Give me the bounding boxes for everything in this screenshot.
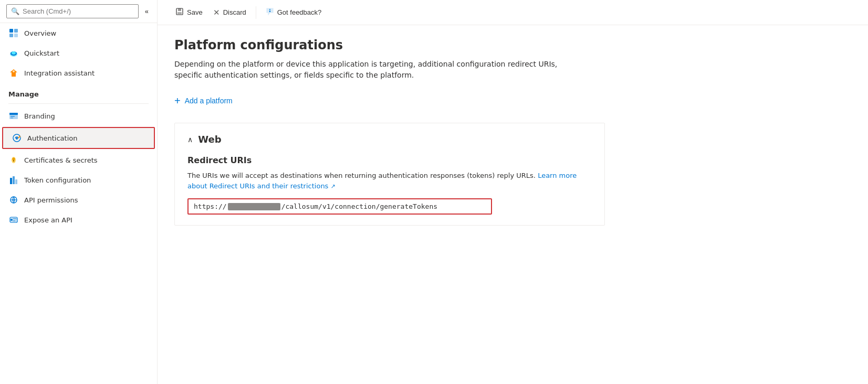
svg-rect-20 — [13, 176, 15, 184]
search-icon: 🔍 — [11, 7, 19, 15]
sidebar-item-quickstart[interactable]: Quickstart — [0, 43, 157, 63]
svg-point-17 — [13, 158, 15, 161]
save-button[interactable]: Save — [170, 5, 208, 20]
add-platform-button[interactable]: + Add a platform — [174, 93, 233, 108]
feedback-label: Got feedback? — [277, 8, 322, 16]
sidebar-item-label: Certificates & secrets — [24, 156, 98, 164]
discard-button[interactable]: ✕ Discard — [208, 5, 252, 20]
uri-prefix: https:// — [194, 202, 227, 210]
uri-suffix: /callosum/v1/connection/generateTokens — [281, 202, 437, 210]
svg-rect-21 — [15, 179, 17, 184]
sidebar-item-token-config[interactable]: Token configuration — [0, 170, 157, 190]
sidebar-item-label: API permissions — [24, 196, 78, 204]
save-icon — [175, 7, 184, 17]
page-description: Depending on the platform or device this… — [174, 59, 584, 81]
feedback-icon — [266, 7, 274, 17]
svg-point-27 — [11, 219, 13, 221]
svg-rect-0 — [9, 29, 13, 33]
svg-rect-34 — [269, 10, 270, 12]
svg-point-14 — [19, 136, 20, 137]
svg-rect-9 — [9, 113, 18, 115]
svg-rect-2 — [9, 34, 13, 37]
toolbar: Save ✕ Discard Got feedback? — [158, 0, 868, 25]
sidebar-item-label: Token configuration — [24, 176, 91, 184]
manage-section-label: Manage — [0, 83, 157, 101]
add-platform-icon: + — [174, 95, 181, 106]
sidebar-item-label: Overview — [24, 29, 56, 37]
collapse-chevron-icon[interactable]: ∧ — [187, 135, 193, 144]
save-label: Save — [187, 8, 203, 16]
expose-icon — [8, 215, 19, 225]
quickstart-icon — [8, 48, 19, 58]
svg-point-6 — [12, 51, 16, 55]
external-link-icon: ↗ — [331, 183, 336, 190]
main-content: Save ✕ Discard Got feedback? Platform co… — [158, 0, 868, 384]
authentication-highlight-box: Authentication — [2, 127, 155, 149]
integration-icon — [8, 68, 19, 78]
redirect-description: The URIs we will accept as destinations … — [187, 170, 592, 191]
uri-redacted-part — [228, 203, 280, 210]
certificates-icon — [8, 155, 19, 165]
toolbar-separator — [256, 6, 256, 19]
discard-icon: ✕ — [213, 8, 220, 17]
svg-rect-10 — [11, 116, 15, 117]
svg-point-7 — [13, 70, 15, 72]
svg-rect-32 — [177, 12, 182, 14]
redirect-section-title: Redirect URIs — [187, 155, 592, 165]
svg-rect-11 — [11, 118, 13, 119]
platform-title: Web — [198, 134, 221, 145]
sidebar-item-authentication[interactable]: Authentication — [3, 128, 154, 148]
sidebar-item-label: Branding — [24, 112, 55, 120]
sidebar-item-label: Authentication — [27, 134, 77, 142]
manage-divider — [8, 103, 149, 104]
search-bar: 🔍 « — [0, 0, 157, 23]
uri-input-field[interactable]: https:///callosum/v1/connection/generate… — [187, 198, 492, 215]
platform-header: ∧ Web — [187, 134, 592, 145]
svg-rect-19 — [10, 178, 12, 184]
sidebar-item-expose-api[interactable]: Expose an API — [0, 210, 157, 230]
sidebar: 🔍 « Overview Quickstart — [0, 0, 158, 384]
svg-rect-31 — [178, 8, 181, 11]
web-platform-card: ∧ Web Redirect URIs The URIs we will acc… — [174, 123, 605, 226]
svg-point-33 — [269, 9, 270, 10]
svg-point-13 — [16, 137, 18, 140]
branding-icon — [8, 111, 19, 121]
svg-rect-1 — [14, 29, 18, 33]
overview-icon — [8, 28, 19, 38]
discard-label: Discard — [223, 8, 246, 16]
authentication-icon — [12, 133, 22, 143]
sidebar-item-label: Quickstart — [24, 49, 59, 57]
sidebar-item-overview[interactable]: Overview — [0, 23, 157, 43]
svg-rect-3 — [14, 34, 18, 37]
token-icon — [8, 175, 19, 185]
add-platform-label: Add a platform — [185, 97, 233, 105]
sidebar-item-integration[interactable]: Integration assistant — [0, 63, 157, 83]
search-input[interactable] — [23, 7, 134, 15]
sidebar-item-branding[interactable]: Branding — [0, 106, 157, 126]
sidebar-item-api-permissions[interactable]: API permissions — [0, 190, 157, 210]
page-body: Platform configurations Depending on the… — [158, 25, 868, 384]
sidebar-item-label: Expose an API — [24, 216, 72, 224]
collapse-button[interactable]: « — [143, 5, 151, 17]
search-input-wrap[interactable]: 🔍 — [6, 4, 139, 18]
svg-rect-18 — [13, 160, 14, 162]
redirect-section: Redirect URIs The URIs we will accept as… — [187, 155, 592, 215]
page-title: Platform configurations — [174, 38, 851, 52]
api-icon — [8, 195, 19, 205]
sidebar-item-label: Integration assistant — [24, 69, 95, 77]
feedback-button[interactable]: Got feedback? — [260, 5, 327, 20]
sidebar-item-certificates[interactable]: Certificates & secrets — [0, 150, 157, 170]
